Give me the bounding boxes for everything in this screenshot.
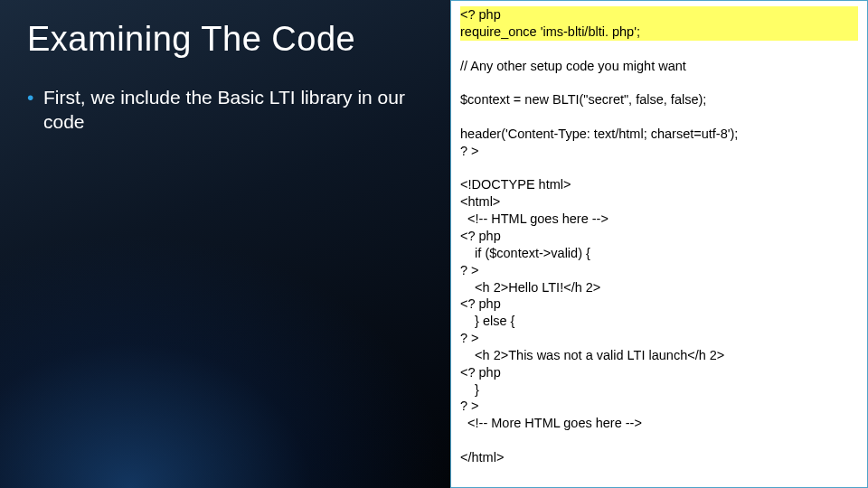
bullet-list: First, we include the Basic LTI library … — [27, 86, 429, 135]
code-block: <? phprequire_once 'ims-blti/blti. php';… — [450, 0, 868, 488]
code-highlight-line: require_once 'ims-blti/blti. php'; — [460, 23, 858, 41]
bullet-item: First, we include the Basic LTI library … — [27, 86, 429, 135]
slide: Examining The Code First, we include the… — [0, 0, 868, 488]
left-panel: Examining The Code First, we include the… — [0, 0, 450, 488]
code-body: // Any other setup code you might want $… — [460, 59, 738, 465]
slide-title: Examining The Code — [27, 20, 429, 59]
code-highlight-line: <? php — [460, 6, 858, 23]
